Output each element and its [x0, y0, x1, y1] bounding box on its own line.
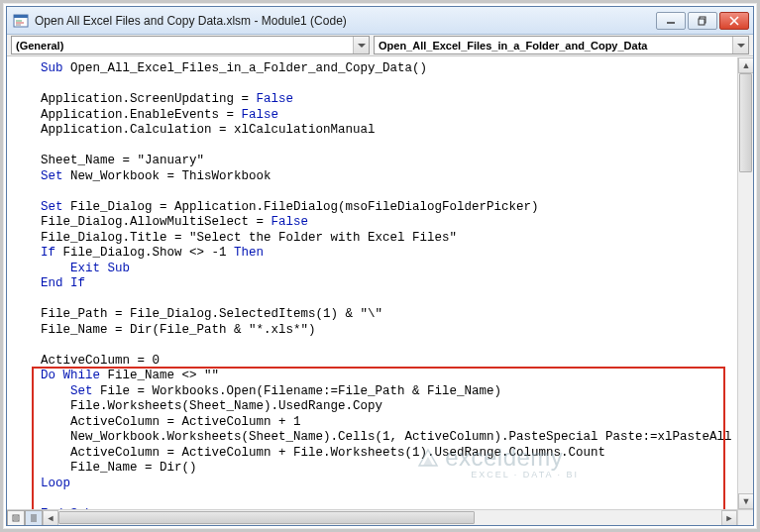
scroll-track-vertical[interactable] — [738, 73, 753, 493]
scroll-right-button[interactable]: ► — [721, 510, 737, 525]
view-toggle-group — [7, 510, 43, 525]
minimize-button[interactable] — [656, 12, 686, 30]
scroll-up-button[interactable]: ▲ — [738, 57, 753, 73]
object-procedure-bar: (General) Open_All_Excel_Files_in_a_Fold… — [7, 35, 753, 56]
object-dropdown[interactable]: (General) — [11, 36, 370, 54]
scroll-left-button[interactable]: ◄ — [43, 510, 58, 525]
vertical-scrollbar[interactable]: ▲ ▼ — [737, 57, 753, 509]
scroll-thumb-vertical[interactable] — [739, 73, 752, 172]
vba-module-icon — [13, 13, 29, 29]
code-window: Open All Excel Files and Copy Data.xlsm … — [6, 6, 754, 526]
scroll-corner — [737, 509, 753, 525]
scroll-thumb-horizontal[interactable] — [58, 511, 475, 524]
scroll-down-button[interactable]: ▼ — [738, 493, 753, 509]
window-title: Open All Excel Files and Copy Data.xlsm … — [35, 14, 656, 28]
procedure-dropdown-value: Open_All_Excel_Files_in_a_Folder_and_Cop… — [379, 40, 647, 52]
object-dropdown-value: (General) — [16, 40, 63, 52]
restore-button[interactable] — [688, 12, 717, 30]
svg-rect-1 — [14, 15, 28, 18]
code-text[interactable]: Sub Open_All_Excel_Files_in_a_Folder_and… — [11, 61, 737, 509]
svg-rect-12 — [13, 515, 19, 521]
horizontal-scrollbar[interactable]: ◄ ► — [7, 509, 737, 525]
window-controls — [656, 12, 749, 30]
code-editor-area: Sub Open_All_Excel_Files_in_a_Folder_and… — [7, 56, 753, 525]
chevron-down-icon — [732, 37, 748, 53]
close-button[interactable] — [719, 12, 749, 30]
code-editor[interactable]: Sub Open_All_Excel_Files_in_a_Folder_and… — [7, 57, 737, 509]
svg-rect-7 — [699, 19, 705, 25]
chevron-down-icon — [353, 37, 369, 53]
procedure-dropdown[interactable]: Open_All_Excel_Files_in_a_Folder_and_Cop… — [374, 36, 749, 54]
scroll-track-horizontal[interactable] — [58, 510, 721, 525]
full-module-view-button[interactable] — [25, 510, 43, 525]
procedure-view-button[interactable] — [7, 510, 25, 525]
titlebar[interactable]: Open All Excel Files and Copy Data.xlsm … — [7, 7, 753, 35]
